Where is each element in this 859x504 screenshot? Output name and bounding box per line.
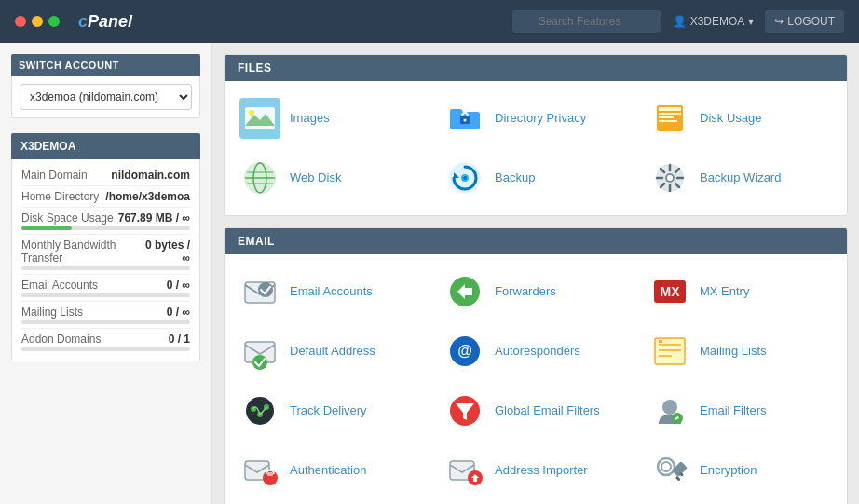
- switch-account-body: x3demoa (nildomain.com): [11, 76, 200, 118]
- web-disk-icon: [239, 157, 280, 198]
- authentication-label: Authentication: [290, 463, 366, 479]
- email-filters-label: Email Filters: [700, 403, 767, 419]
- email-item-forwarders[interactable]: Forwarders: [433, 262, 638, 321]
- svg-point-20: [463, 176, 467, 180]
- email-item-track-delivery[interactable]: Track Delivery: [228, 381, 433, 441]
- email-item-encryption[interactable]: Encryption: [638, 441, 843, 500]
- images-label: Images: [290, 111, 330, 127]
- email-accounts-bar: [21, 293, 190, 297]
- default-address-icon: [239, 331, 280, 372]
- email-accounts-label: Email Accounts: [290, 284, 373, 300]
- autoresponders-icon: @: [444, 331, 485, 372]
- user-button[interactable]: 👤 X3DEMOA ▾: [673, 15, 755, 28]
- label-disk-space: Disk Space Usage: [21, 211, 114, 225]
- autoresponders-label: Autoresponders: [495, 344, 580, 360]
- default-address-label: Default Address: [290, 344, 375, 360]
- svg-rect-57: [675, 476, 681, 482]
- svg-text:@: @: [457, 343, 472, 359]
- disk-usage-icon: [649, 98, 690, 139]
- email-item-global-filters[interactable]: Global Email Filters: [433, 381, 638, 441]
- email-item-default-address[interactable]: Default Address: [228, 321, 433, 381]
- authentication-icon: [239, 450, 280, 491]
- disk-usage-label: Disk Usage: [700, 111, 761, 127]
- search-wrap: 🔍: [512, 10, 661, 33]
- user-label: X3DEMOA: [690, 15, 745, 28]
- email-item-calendars-contacts[interactable]: Calendars and Contacts Client Configurat…: [638, 500, 843, 504]
- label-bandwidth: Monthly Bandwidth Transfer: [21, 238, 142, 265]
- logout-icon: ↪: [774, 15, 784, 28]
- files-item-backup-wizard[interactable]: Backup Wizard: [638, 148, 843, 208]
- info-row-mailing-lists: Mailing Lists 0 / ∞: [21, 302, 190, 329]
- value-main-domain: nildomain.com: [111, 169, 190, 182]
- files-card: FILES Images: [224, 54, 848, 216]
- label-main-domain: Main Domain: [21, 169, 88, 182]
- mailing-lists-icon: [649, 331, 690, 372]
- files-item-disk-usage[interactable]: Disk Usage: [638, 89, 843, 148]
- files-item-images[interactable]: Images: [228, 89, 433, 148]
- topbar-right: 🔍 👤 X3DEMOA ▾ ↪ LOGOUT: [512, 10, 844, 33]
- info-row-bandwidth: Monthly Bandwidth Transfer 0 bytes / ∞: [21, 235, 190, 275]
- backup-icon: [444, 157, 485, 198]
- email-item-mailing-lists[interactable]: Mailing Lists: [638, 321, 843, 381]
- user-info-body: Main Domain nildomain.com Home Directory…: [11, 159, 200, 361]
- label-home-dir: Home Directory: [21, 190, 99, 203]
- email-item-autoresponders[interactable]: @ Autoresponders: [433, 321, 638, 381]
- global-email-filters-label: Global Email Filters: [495, 403, 600, 419]
- email-item-address-importer[interactable]: Address Importer: [433, 441, 638, 500]
- value-bandwidth: 0 bytes / ∞: [142, 238, 190, 265]
- account-select[interactable]: x3demoa (nildomain.com): [20, 84, 192, 110]
- svg-point-39: [246, 397, 274, 425]
- email-item-email-filters[interactable]: Email Filters: [638, 381, 843, 441]
- files-item-directory-privacy[interactable]: Directory Privacy: [433, 89, 638, 148]
- files-item-backup[interactable]: Backup: [433, 148, 638, 208]
- switch-account-header: SWITCH ACCOUNT: [11, 54, 200, 76]
- disk-bar: [21, 226, 190, 230]
- info-row-disk: Disk Space Usage 767.89 MB / ∞: [21, 208, 190, 235]
- bandwidth-bar: [21, 266, 190, 270]
- value-disk-space: 767.89 MB / ∞: [118, 211, 190, 225]
- traffic-lights: [15, 16, 60, 27]
- email-filters-icon: [649, 390, 690, 431]
- svg-point-54: [658, 458, 675, 475]
- label-email-accounts: Email Accounts: [21, 279, 98, 292]
- info-row-domain: Main Domain nildomain.com: [21, 165, 190, 186]
- email-item-boxtrapper[interactable]: BoxTrapper: [433, 500, 638, 504]
- directory-privacy-icon: [444, 98, 485, 139]
- sidebar: SWITCH ACCOUNT x3demoa (nildomain.com) X…: [0, 43, 212, 504]
- email-item-authentication[interactable]: Authentication: [228, 441, 433, 500]
- global-email-filters-icon: [444, 390, 485, 431]
- addon-domains-bar: [21, 347, 190, 351]
- mailing-lists-bar: [21, 320, 190, 324]
- user-info-header: X3DEMOA: [11, 133, 200, 159]
- files-grid: Images Directory P: [225, 81, 847, 215]
- value-mailing-lists: 0 / ∞: [167, 306, 190, 319]
- email-card: EMAIL Email Accounts: [224, 227, 848, 504]
- value-email-accounts: 0 / ∞: [167, 279, 190, 292]
- forwarders-label: Forwarders: [495, 284, 556, 300]
- address-importer-icon: [444, 450, 485, 491]
- value-home-dir: /home/x3demoa: [105, 190, 190, 203]
- svg-rect-38: [659, 340, 662, 343]
- cpanel-logo: cPanel: [78, 12, 132, 32]
- encryption-icon: [649, 450, 690, 491]
- logout-button[interactable]: ↪ LOGOUT: [765, 10, 844, 33]
- dot-red: [15, 16, 26, 27]
- forwarders-icon: [444, 271, 485, 312]
- dot-yellow: [32, 16, 43, 27]
- svg-text:MX: MX: [661, 284, 681, 299]
- email-item-accounts[interactable]: Email Accounts: [228, 262, 433, 321]
- switch-account-section: SWITCH ACCOUNT x3demoa (nildomain.com): [11, 54, 200, 118]
- topbar: cPanel 🔍 👤 X3DEMOA ▾ ↪ LOGOUT: [0, 0, 859, 43]
- backup-label: Backup: [495, 170, 535, 186]
- svg-rect-8: [659, 107, 681, 111]
- encryption-label: Encryption: [700, 463, 757, 479]
- dot-green: [48, 16, 60, 27]
- search-input[interactable]: [512, 10, 661, 33]
- email-item-mx-entry[interactable]: MX MX Entry: [638, 262, 843, 321]
- logout-label: LOGOUT: [787, 15, 835, 28]
- files-item-web-disk[interactable]: Web Disk: [228, 148, 433, 208]
- label-addon-domains: Addon Domains: [21, 333, 101, 346]
- email-item-spamassassin[interactable]: ! Apache SpamAssassin™: [228, 500, 433, 504]
- svg-point-23: [667, 175, 673, 181]
- topbar-left: cPanel: [15, 12, 132, 32]
